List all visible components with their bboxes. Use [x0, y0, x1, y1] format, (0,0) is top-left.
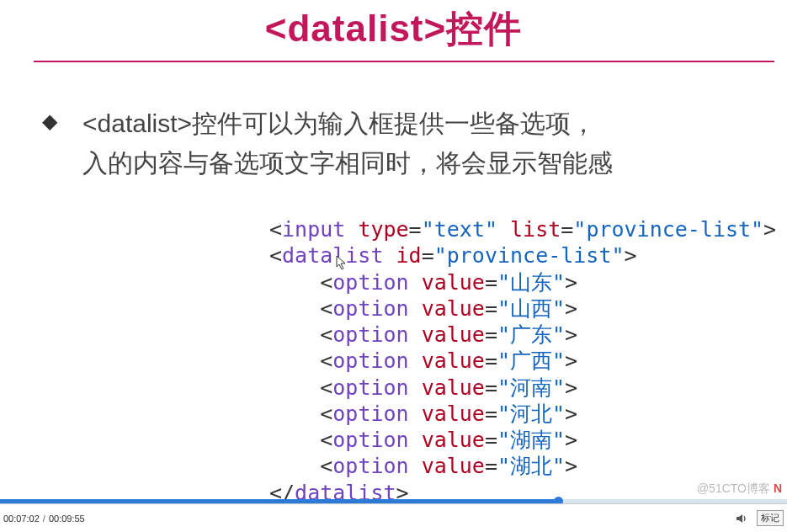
code-list-attr: list	[510, 217, 561, 242]
slide-content: <datalist>控件 ◆ <datalist>控件可以为输入框提供一些备选项…	[0, 0, 787, 532]
code-value-attr: value	[422, 296, 485, 321]
code-option-tag: option	[332, 322, 408, 347]
code-opt-4: "河南"	[497, 375, 565, 400]
watermark-text: @51CTO博客 N	[697, 481, 782, 497]
code-option-tag: option	[332, 375, 408, 400]
desc-line1: <datalist>控件可以为输入框提供一些备选项，	[82, 109, 596, 137]
code-value-attr: value	[422, 454, 485, 478]
bullet-row: ◆ <datalist>控件可以为输入框提供一些备选项， 入的内容与备选项文字相…	[34, 104, 753, 183]
code-value-attr: value	[422, 428, 485, 452]
bookmark-button[interactable]: 标记	[757, 510, 784, 526]
volume-icon[interactable]	[735, 512, 748, 525]
code-type-attr: type	[358, 217, 408, 242]
code-datalist-tag: datalist	[282, 243, 383, 268]
title-suffix: 控件	[446, 8, 522, 49]
code-value-attr: value	[422, 322, 485, 347]
code-option-tag: option	[332, 296, 408, 321]
code-opt-6: "湖南"	[497, 428, 565, 452]
code-value-attr: value	[422, 402, 485, 426]
code-opt-2: "广东"	[497, 322, 565, 347]
diamond-bullet-icon: ◆	[42, 109, 57, 133]
title-underline	[34, 61, 774, 62]
title-tag: <datalist>	[265, 8, 446, 49]
code-sample: <input type="text" list="province-list">…	[269, 216, 753, 506]
code-input-tag: input	[282, 217, 345, 242]
code-id-val: "province-list"	[434, 243, 625, 268]
code-type-val: "text"	[422, 217, 497, 242]
code-option-tag: option	[332, 454, 408, 478]
current-time: 00:07:02	[3, 513, 40, 524]
code-value-attr: value	[422, 375, 485, 400]
code-list-val: "province-list"	[573, 217, 763, 242]
slide-title: <datalist>控件	[34, 0, 753, 61]
code-opt-5: "河北"	[497, 402, 565, 426]
code-opt-0: "山东"	[497, 270, 565, 295]
code-option-tag: option	[332, 270, 408, 295]
code-option-tag: option	[332, 402, 408, 426]
right-controls: 标记	[735, 510, 784, 526]
description-text: <datalist>控件可以为输入框提供一些备选项， 入的内容与备选项文字相同时…	[82, 104, 613, 183]
desc-line2: 入的内容与备选项文字相同时，将会显示智能感	[82, 149, 613, 177]
code-value-attr: value	[422, 348, 485, 373]
code-option-tag: option	[332, 348, 408, 373]
code-value-attr: value	[422, 270, 485, 295]
code-opt-7: "湖北"	[497, 454, 565, 478]
code-option-tag: option	[332, 428, 408, 452]
code-opt-3: "广西"	[497, 348, 565, 373]
code-opt-1: "山西"	[497, 296, 565, 321]
total-time: 00:09:55	[49, 513, 85, 524]
code-id-attr: id	[396, 243, 422, 268]
time-separator: /	[43, 513, 45, 524]
video-controls: 00:07:02 / 00:09:55 标记	[0, 503, 787, 532]
